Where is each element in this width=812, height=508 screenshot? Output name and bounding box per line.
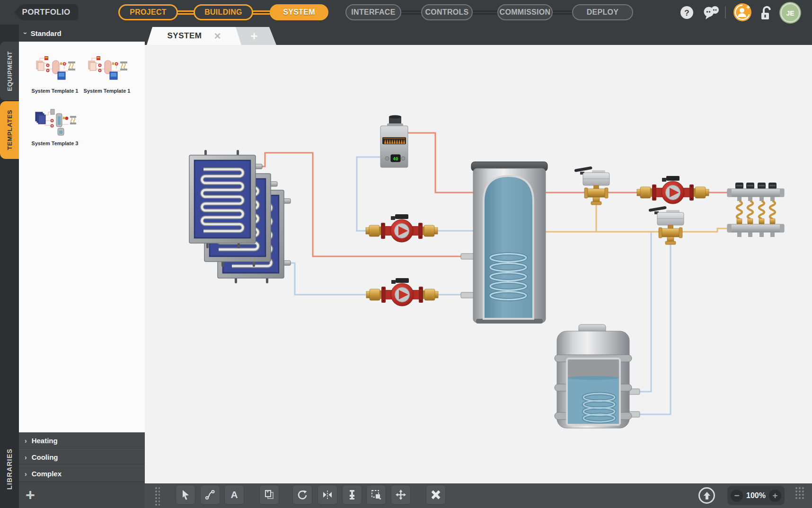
- rotate-tool-button[interactable]: [292, 485, 312, 505]
- schematic-canvas[interactable]: 40: [145, 45, 812, 483]
- marquee-select-tool-button[interactable]: [366, 485, 386, 505]
- solar-collector-array[interactable]: [189, 150, 291, 283]
- library-group-cooling[interactable]: › Cooling: [19, 449, 145, 465]
- account-add-icon[interactable]: +: [733, 3, 752, 24]
- circulation-pump-3[interactable]: [637, 176, 709, 204]
- template-label: System Template 1: [29, 88, 80, 94]
- svg-text:?: ?: [684, 9, 689, 18]
- pipe-fitting-tool-button[interactable]: [342, 485, 362, 505]
- templates-panel: › Standard System Template 1 System: [19, 25, 145, 508]
- three-way-valve-2[interactable]: [648, 206, 684, 245]
- template-label: System Template 3: [29, 140, 80, 146]
- template-label: System Template 1: [81, 88, 132, 94]
- avatar[interactable]: JE: [779, 1, 802, 26]
- svg-text:+: +: [266, 490, 269, 494]
- cooling-label: Cooling: [32, 453, 58, 461]
- template-thumbnail[interactable]: [32, 54, 77, 85]
- add-library-button[interactable]: +: [19, 482, 145, 508]
- complex-label: Complex: [32, 470, 62, 478]
- plus-icon: +: [26, 486, 35, 504]
- connect-tool-button[interactable]: [200, 485, 220, 505]
- canvas-tab-bar: + SYSTEM ×: [145, 25, 812, 45]
- buffer-tank[interactable]: [461, 162, 547, 324]
- community-icon[interactable]: [703, 5, 721, 23]
- unlock-icon[interactable]: [758, 5, 774, 23]
- template-thumbnail[interactable]: [84, 54, 129, 85]
- standard-label: Standard: [31, 29, 62, 37]
- storage-tank[interactable]: [555, 324, 640, 428]
- workflow-connector: [250, 10, 273, 15]
- canvas-toolbar: A +: [145, 483, 812, 508]
- step-controls[interactable]: CONTROLS: [421, 4, 473, 20]
- delete-tool-button[interactable]: [426, 485, 446, 505]
- workflow-connector: [550, 10, 575, 15]
- flip-tool-button[interactable]: [318, 485, 337, 505]
- svg-text:+: +: [746, 3, 750, 11]
- toolbar-drag-handle[interactable]: [155, 487, 161, 507]
- chevron-right-icon: ›: [25, 470, 27, 478]
- chevron-down-icon: ›: [22, 32, 29, 35]
- library-group-complex[interactable]: › Complex: [19, 465, 145, 482]
- system-schematic: 40: [145, 45, 812, 483]
- manifold-bottom[interactable]: [727, 224, 784, 237]
- library-group-heating[interactable]: › Heating: [19, 432, 145, 449]
- gas-boiler[interactable]: 40: [380, 115, 408, 168]
- step-commission[interactable]: COMMISSION: [497, 4, 553, 20]
- avatar-initials: JE: [786, 9, 794, 17]
- application-window: PORTFOLIO PROJECT BUILDING SYSTEM INTERF…: [0, 0, 812, 508]
- step-deploy[interactable]: DEPLOY: [572, 4, 633, 20]
- templates-tab-label: TEMPLATES: [6, 110, 13, 150]
- upload-button[interactable]: [698, 487, 715, 504]
- close-icon[interactable]: ×: [214, 31, 221, 41]
- portfolio-back-button[interactable]: PORTFOLIO: [14, 4, 78, 20]
- sidebar-tab-templates[interactable]: TEMPLATES: [0, 101, 19, 159]
- zoom-out-button[interactable]: −: [731, 490, 743, 502]
- zoom-control: − 100% +: [727, 486, 785, 505]
- top-navigation-bar: PORTFOLIO PROJECT BUILDING SYSTEM INTERF…: [0, 0, 812, 25]
- standard-section-header[interactable]: › Standard: [19, 25, 145, 42]
- move-tool-button[interactable]: [391, 485, 411, 505]
- step-system[interactable]: SYSTEM: [270, 4, 328, 20]
- chevron-right-icon: ›: [25, 437, 27, 445]
- help-icon[interactable]: ?: [680, 6, 694, 21]
- circulation-pump-2[interactable]: [366, 278, 438, 306]
- left-dock-strip: EQUIPMENT TEMPLATES LIBRARIES: [0, 25, 19, 508]
- select-tool-button[interactable]: [176, 485, 195, 505]
- plus-icon: +: [250, 29, 257, 44]
- tab-system[interactable]: SYSTEM ×: [147, 27, 241, 45]
- workflow-connector: [398, 10, 424, 15]
- heating-label: Heating: [32, 437, 58, 445]
- manifold-coils: [737, 197, 775, 224]
- equipment-tab-label: EQUIPMENT: [6, 51, 13, 91]
- toolbar-drag-handle[interactable]: [795, 487, 805, 500]
- three-way-valve-1[interactable]: [574, 166, 609, 205]
- manifold-top[interactable]: [727, 183, 784, 197]
- circulation-pump-1[interactable]: [366, 214, 438, 242]
- step-interface[interactable]: INTERFACE: [345, 4, 401, 20]
- nav-divider: [725, 6, 726, 18]
- libraries-label-text: LIBRARIES: [6, 448, 13, 490]
- step-building[interactable]: BUILDING: [194, 4, 253, 20]
- svg-text:40: 40: [393, 157, 398, 161]
- tab-title: SYSTEM: [168, 31, 202, 41]
- workflow-connector: [470, 10, 500, 15]
- zoom-in-button[interactable]: +: [769, 490, 781, 502]
- zoom-level: 100%: [746, 491, 766, 500]
- sidebar-tab-equipment[interactable]: EQUIPMENT: [0, 42, 19, 100]
- duplicate-tool-button[interactable]: +: [259, 485, 279, 505]
- libraries-section-label: LIBRARIES: [0, 446, 19, 493]
- template-thumbnail[interactable]: [32, 106, 77, 138]
- step-project[interactable]: PROJECT: [118, 4, 178, 20]
- text-tool-button[interactable]: A: [224, 485, 244, 505]
- chevron-right-icon: ›: [25, 454, 27, 461]
